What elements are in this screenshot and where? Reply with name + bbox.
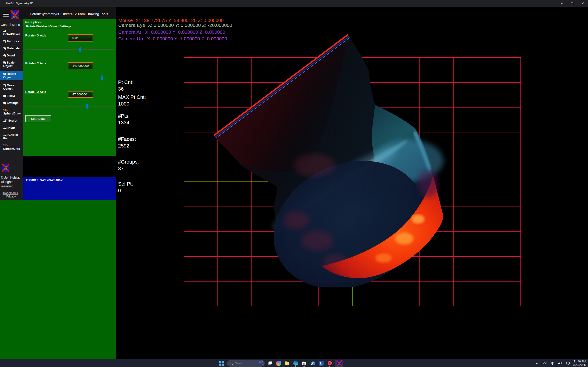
rotate-y-label: Rotate - Y Axis	[25, 61, 46, 65]
restore-icon	[571, 2, 573, 5]
hot3dx-logo-small: Hot 3D	[2, 164, 9, 172]
copilot-icon	[276, 361, 281, 366]
windows-start-icon	[219, 361, 224, 366]
rotate-z-input[interactable]	[68, 91, 93, 98]
sidebar-item-spheredraw[interactable]: 10) SphereDraw	[0, 108, 23, 116]
hot3dx-taskbar-button-active[interactable]: Hot 3D	[335, 360, 343, 367]
task-view-button[interactable]	[267, 360, 273, 366]
clock-date: 9/23/2025	[573, 363, 586, 367]
svg-text:3D: 3D	[338, 364, 340, 365]
file-explorer-button[interactable]	[284, 360, 290, 366]
stat-pt-cnt: Pt Cnt:36	[118, 79, 133, 92]
search-input[interactable]	[235, 361, 256, 365]
rotate-z-slider[interactable]	[25, 103, 115, 109]
window-titlebar: Hot3dxSymmetry3D – ✕	[0, 0, 588, 7]
close-button[interactable]: ✕	[578, 0, 588, 7]
windows-taskbar: O L Hot 3D	[0, 359, 588, 367]
sidebar-item-materials[interactable]: 3) Materials	[0, 46, 23, 50]
trademarks-link[interactable]: Trademarks	[3, 192, 18, 195]
stat-sel-pt: Sel Pt:0	[118, 181, 133, 194]
clock-time: 11:46 AM	[573, 360, 586, 363]
sidebar-item-colorpicker[interactable]: 1) ColorPicker	[0, 28, 23, 36]
hot3dx-taskbar-icon: Hot 3D	[337, 360, 342, 366]
windows-security-shield-icon	[327, 361, 332, 366]
sidebar-item-help[interactable]: 12) Help	[0, 125, 23, 130]
file-explorer-icon	[285, 361, 290, 366]
edge-button[interactable]	[293, 360, 299, 366]
stat-groups: #Groups:37	[118, 158, 139, 172]
restore-button[interactable]	[567, 0, 578, 7]
svg-text:Hot: Hot	[13, 12, 17, 15]
rotate-status-panel: Rotate x: 0.0f y:0.0f z:0.0f	[23, 177, 116, 200]
control-menu-list: 1) ColorPicker 2) Textures 3) Materials …	[0, 28, 23, 151]
sidebar-item-rotate-object[interactable]: 6) Rotate Object	[0, 71, 23, 80]
start-button[interactable]	[219, 360, 225, 366]
sidebar-item-draw[interactable]: 4) Draw!	[0, 53, 23, 58]
description-label: Description:	[23, 20, 42, 24]
camera-eye-readout: Camera Eye X: 0.000000 Y: 0.000000 Z: -2…	[118, 23, 232, 28]
svg-text:Hot: Hot	[4, 165, 8, 167]
svg-text:3D: 3D	[4, 168, 7, 170]
search-highlight-planet-icon	[258, 360, 264, 366]
rotate-x-label: Rotate - X Axis	[25, 34, 46, 37]
copyright-text: © Jeff Kubitz. All rights reserved.	[1, 175, 23, 189]
rotate-x-input[interactable]	[68, 34, 93, 42]
rotate-y-slider[interactable]	[25, 75, 115, 81]
l-app-button[interactable]: L	[318, 360, 324, 366]
sidebar-item-settings[interactable]: 9) Settings	[0, 101, 23, 105]
bottom-green-panel	[0, 200, 116, 359]
outlook-button[interactable]: O	[310, 360, 316, 366]
volume-icon[interactable]	[558, 361, 562, 366]
task-view-icon	[268, 361, 273, 366]
wifi-vpn-shield-icon[interactable]	[550, 361, 555, 366]
microsoft-store-button[interactable]	[301, 360, 307, 366]
rotate-y-input[interactable]	[68, 62, 93, 69]
rotate-x-slider[interactable]	[25, 47, 115, 52]
active-window-indicator	[337, 366, 341, 366]
rotate-x-slider-thumb[interactable]	[79, 47, 81, 52]
l-app-icon: L	[319, 361, 324, 366]
rotate-z-label: Rotate - Z Axis	[25, 90, 46, 94]
3d-object-render	[207, 23, 455, 287]
tray-chevron-up-icon[interactable]	[535, 361, 540, 366]
onedrive-cloud-icon[interactable]	[543, 361, 547, 366]
svg-text:3D: 3D	[13, 16, 17, 19]
legal-links: Trademarks | Privacy	[0, 192, 22, 198]
sidebar-item-fileio[interactable]: 8) FileIO	[0, 94, 23, 98]
app-title: Hot3dxSymmetry3D DirectX12 Xaml Drawing …	[27, 12, 110, 16]
minimize-button[interactable]: –	[556, 0, 567, 7]
control-menu-heading: Control Menu	[1, 23, 20, 27]
outlook-icon: O	[310, 361, 315, 366]
window-title: Hot3dxSymmetry3D	[6, 2, 34, 5]
rotate-settings-panel: Description: Rotate Finished Object Sett…	[23, 19, 116, 156]
set-rotate-button[interactable]: Set Rotate	[25, 115, 51, 122]
taskbar-clock[interactable]: 11:46 AM 9/23/2025	[573, 360, 586, 367]
stat-faces: #Faces:2592	[118, 136, 136, 149]
sidebar-item-sculpt[interactable]: 11) Sculpt	[0, 118, 23, 123]
cast-display-icon[interactable]	[565, 361, 570, 366]
rotate-z-slider-thumb[interactable]	[86, 104, 88, 109]
search-box[interactable]	[227, 360, 265, 367]
windows-security-button[interactable]	[327, 360, 333, 366]
edge-icon	[293, 361, 298, 366]
svg-text:O: O	[311, 362, 313, 365]
rotate-status-text: Rotate x: 0.0f y:0.0f z:0.0f	[26, 178, 63, 181]
control-menu-sidebar: Control Menu 1) ColorPicker 2) Textures …	[0, 19, 23, 200]
camera-up-readout: Camera Up X: 0.000000 Y: 1.000000 Z: 0.0…	[118, 36, 227, 42]
copilot-button[interactable]	[276, 360, 282, 366]
stat-pts: #Pts:1334	[118, 113, 130, 126]
privacy-link[interactable]: Privacy	[6, 195, 16, 198]
sidebar-item-textures[interactable]: 2) Textures	[0, 39, 23, 43]
sidebar-item-grid-or-pic[interactable]: 13) Grid or Pic	[0, 133, 23, 140]
rotate-y-slider-thumb[interactable]	[101, 75, 103, 81]
svg-text:Hot: Hot	[338, 361, 341, 363]
sidebar-item-scale-object[interactable]: 5) Scale Object	[0, 60, 23, 68]
microsoft-store-icon	[302, 361, 307, 366]
menu-hamburger-icon[interactable]	[3, 13, 9, 17]
sidebar-item-screengrab[interactable]: 14) ScreenGrab	[0, 143, 23, 151]
stat-max-pt-cnt: MAX Pt Cnt:1000	[118, 94, 146, 107]
sidebar-item-move-object[interactable]: 7) Move Object	[0, 83, 23, 91]
camera-at-readout: Camera At X: 0.000000 Y: 0.010000 Z: 0.0…	[118, 29, 225, 35]
rotate-settings-link[interactable]: Rotate Finished Object Settings	[26, 25, 71, 28]
search-icon	[230, 361, 233, 365]
